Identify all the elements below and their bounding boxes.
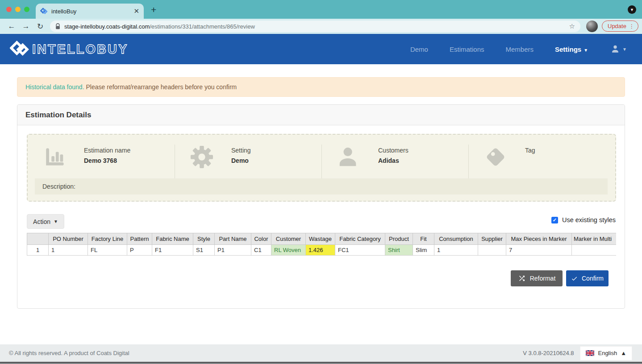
estimation-details-card: Estimation Details Estimation name Demo …: [17, 104, 625, 309]
favicon-intellobuy-icon: [40, 8, 48, 15]
estimation-info-panel: Estimation name Demo 3768: [27, 134, 616, 202]
language-label: English: [598, 350, 617, 356]
browser-menu-icon[interactable]: ⋮: [629, 23, 634, 29]
table-cell: Slim: [413, 245, 434, 256]
column-header[interactable]: [27, 233, 49, 245]
nav-item-demo[interactable]: Demo: [400, 46, 439, 53]
card-header: Estimation Details: [17, 105, 625, 125]
chrome-update-button[interactable]: Update ⋮: [602, 21, 638, 32]
nav-item-members[interactable]: Members: [495, 46, 544, 53]
use-existing-styles-control: ✓ Use existing styles: [551, 216, 616, 223]
action-dropdown-button[interactable]: Action ▼: [27, 214, 64, 229]
table-cell: F1: [152, 245, 193, 256]
table-cell: C1: [251, 245, 271, 256]
info-tag: Tag: [468, 145, 615, 181]
fullscreen-window-button[interactable]: [24, 7, 29, 12]
chevron-down-icon: ▼: [54, 219, 58, 224]
table-cell: 7: [506, 245, 572, 256]
column-header[interactable]: Product: [385, 233, 413, 245]
app-navbar: IntelloBuy Demo Estimations Members Sett…: [0, 34, 642, 64]
column-header[interactable]: Color: [251, 233, 271, 245]
reformat-button[interactable]: Reformat: [511, 270, 563, 286]
table-cell: Shirt: [385, 245, 413, 256]
info-value: Demo: [231, 157, 251, 164]
review-table-wrapper: PO NumberFactory LinePatternFabric NameS…: [27, 233, 616, 256]
update-label: Update: [608, 23, 626, 29]
window-edge: [0, 362, 642, 364]
nav-item-estimations[interactable]: Estimations: [439, 46, 495, 53]
chevron-down-icon: ▼: [622, 47, 627, 52]
info-value: Adidas: [378, 157, 409, 164]
forward-icon[interactable]: →: [19, 22, 33, 31]
close-window-button[interactable]: [6, 7, 12, 12]
column-header[interactable]: Fabric Category: [335, 233, 385, 245]
column-header[interactable]: Marker in Multi: [572, 233, 617, 245]
minimize-window-button[interactable]: [15, 7, 21, 12]
bar-chart-icon: [43, 145, 66, 169]
gear-icon: [190, 145, 213, 169]
address-bar[interactable]: stage-intellobuy.coats-digital.com/estim…: [50, 21, 580, 32]
column-header[interactable]: Consumption: [434, 233, 478, 245]
column-header[interactable]: Pattern: [127, 233, 152, 245]
lock-icon: [55, 23, 60, 29]
column-header[interactable]: Supplier: [478, 233, 506, 245]
url-domain: stage-intellobuy.coats-digital.com: [64, 23, 150, 30]
column-header[interactable]: Part Name: [215, 233, 251, 245]
column-header[interactable]: Wastage: [306, 233, 335, 245]
url-path: /estimations/331/attachments/865/review: [150, 23, 255, 30]
column-header[interactable]: Max Pieces in Marker: [506, 233, 572, 245]
chevron-up-icon: ▲: [621, 350, 626, 356]
table-row: 11FLPF1S1P1C1RL Woven1.426FC1ShirtSlim17: [27, 245, 617, 256]
person-icon: [337, 145, 360, 169]
shuffle-icon: [518, 274, 526, 282]
tab-title: intelloBuy: [51, 8, 133, 15]
browser-window: intelloBuy ✕ + ▼ ← → ↻ stage-intellobuy.…: [0, 0, 642, 364]
nav-item-settings[interactable]: Settings▼: [544, 46, 599, 53]
alert-banner: Historical data found. Please reformat/r…: [17, 77, 625, 97]
app-logo-text: IntelloBuy: [32, 42, 128, 57]
alert-highlight: Historical data found.: [25, 83, 84, 91]
use-existing-styles-checkbox[interactable]: ✓: [551, 217, 558, 223]
tag-icon: [484, 145, 507, 169]
info-label: Setting: [231, 147, 251, 154]
new-tab-button[interactable]: +: [151, 4, 156, 15]
confirm-button[interactable]: Confirm: [566, 270, 609, 286]
review-table: PO NumberFactory LinePatternFabric NameS…: [27, 233, 616, 256]
tab-close-icon[interactable]: ✕: [133, 7, 139, 15]
column-header[interactable]: Customer: [271, 233, 306, 245]
user-menu[interactable]: ▼: [599, 44, 627, 54]
app-logo[interactable]: IntelloBuy: [10, 40, 128, 58]
tab-search-button[interactable]: ▼: [628, 5, 636, 14]
column-header[interactable]: Factory Line: [88, 233, 127, 245]
column-header[interactable]: Fit: [413, 233, 434, 245]
column-header[interactable]: PO Number: [49, 233, 88, 245]
page-title: Estimation Details: [25, 111, 91, 120]
info-customers: Customers Adidas: [321, 145, 468, 181]
browser-frame: intelloBuy ✕ + ▼: [0, 0, 642, 19]
use-existing-styles-label: Use existing styles: [562, 216, 616, 223]
table-cell: FC1: [335, 245, 385, 256]
back-icon[interactable]: ←: [4, 22, 19, 31]
browser-tab[interactable]: intelloBuy ✕: [36, 4, 144, 19]
column-header[interactable]: Style: [193, 233, 215, 245]
table-cell: 1: [49, 245, 88, 256]
language-selector[interactable]: English ▲: [580, 346, 632, 360]
version-text: V 3.0.8-20210624.8: [523, 350, 574, 356]
table-cell: FL: [88, 245, 127, 256]
table-cell: 1.426: [306, 245, 335, 256]
description-strip: Description:: [35, 178, 608, 194]
alert-message: Please reformat/rearrange headers before…: [86, 83, 237, 91]
check-icon: [571, 275, 578, 282]
intellobuy-logo-icon: [10, 40, 30, 58]
table-cell: S1: [193, 245, 215, 256]
chevron-down-icon: ▼: [584, 48, 588, 53]
column-header[interactable]: Fabric Name: [152, 233, 193, 245]
reload-icon[interactable]: ↻: [33, 22, 47, 31]
table-cell: P: [127, 245, 152, 256]
browser-profile-avatar[interactable]: [586, 21, 598, 32]
nav-links: Demo Estimations Members Settings▼ ▼: [400, 44, 627, 54]
table-cell: RL Woven: [271, 245, 306, 256]
bookmark-star-icon[interactable]: ☆: [569, 22, 575, 30]
info-label: Tag: [525, 147, 535, 154]
info-estimation-name: Estimation name Demo 3768: [28, 145, 175, 181]
